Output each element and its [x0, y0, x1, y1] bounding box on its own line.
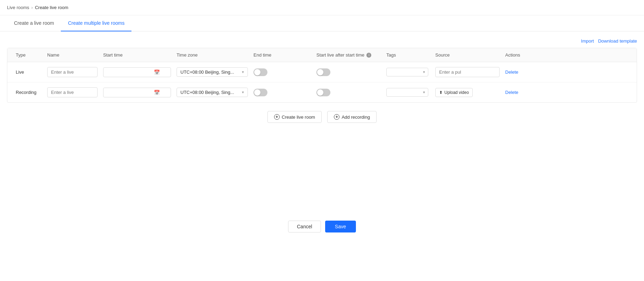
row2-calendar-icon[interactable]: 📅 — [154, 90, 160, 95]
tabs-container: Create a live room Create multiple live … — [0, 15, 644, 31]
row2-delete-button[interactable]: Delete — [505, 90, 518, 95]
col-actions: Actions — [502, 48, 544, 62]
row1-name-cell — [44, 62, 100, 82]
row1-start-time-input[interactable]: 2024-09-22 00:44 — [106, 69, 152, 75]
col-timezone: Time zone — [174, 48, 251, 62]
row2-end-time-toggle[interactable] — [253, 89, 267, 96]
row1-tags-select[interactable]: ▾ — [386, 68, 428, 76]
row1-name-input[interactable] — [47, 67, 98, 77]
row2-start-time-input[interactable]: 2024-09-22 00:44 — [106, 90, 152, 95]
row1-datetime-wrapper: 2024-09-22 00:44 📅 — [103, 67, 171, 77]
row1-start-live-toggle[interactable] — [316, 68, 330, 76]
col-end-time: End time — [251, 48, 314, 62]
row2-actions-cell: Delete — [502, 85, 544, 100]
create-live-room-button[interactable]: + Create live room — [267, 111, 322, 123]
breadcrumb-parent[interactable]: Live rooms — [7, 5, 29, 10]
import-button[interactable]: Import — [581, 38, 594, 44]
add-recording-button[interactable]: + Add recording — [327, 111, 377, 123]
page-container: Live rooms › Create live room Create a l… — [0, 0, 644, 281]
row1-start-live-cell — [314, 64, 384, 81]
col-source: Source — [432, 48, 502, 62]
top-actions: Import Download template — [7, 38, 637, 44]
tab-single[interactable]: Create a live room — [7, 15, 61, 31]
col-tags: Tags — [384, 48, 432, 62]
row1-tags-chevron: ▾ — [423, 70, 425, 74]
row2-end-time-cell — [251, 84, 314, 101]
row1-calendar-icon[interactable]: 📅 — [154, 69, 160, 75]
row2-start-live-cell — [314, 84, 384, 101]
col-start-live: Start live after start time i — [314, 48, 384, 62]
breadcrumb-current: Create live room — [35, 5, 68, 10]
row2-datetime-wrapper: 2024-09-22 00:44 📅 — [103, 88, 171, 97]
row2-tags-cell: ▾ — [384, 83, 432, 102]
row2-name-cell — [44, 82, 100, 102]
tab-multiple[interactable]: Create multiple live rooms — [61, 15, 131, 31]
row1-source-cell — [432, 62, 502, 82]
start-live-info-icon[interactable]: i — [366, 53, 371, 58]
row2-tags-select[interactable]: ▾ — [386, 88, 428, 97]
row1-timezone-select[interactable]: UTC+08:00 Beijing, Sing... ▾ — [177, 67, 248, 77]
breadcrumb: Live rooms › Create live room — [0, 0, 644, 15]
add-recording-plus-icon: + — [334, 114, 339, 120]
row1-timezone-cell: UTC+08:00 Beijing, Sing... ▾ — [174, 62, 251, 82]
upload-icon: ⬆ — [439, 90, 443, 95]
cancel-button[interactable]: Cancel — [288, 221, 321, 232]
row2-name-input[interactable] — [47, 87, 98, 97]
col-name: Name — [44, 48, 100, 62]
row2-timezone-cell: UTC+08:00 Beijing, Sing... ▾ — [174, 83, 251, 102]
row2-upload-button[interactable]: ⬆ Upload video — [435, 88, 473, 97]
row2-start-time-cell: 2024-09-22 00:44 📅 — [100, 83, 174, 102]
row1-delete-button[interactable]: Delete — [505, 69, 518, 75]
row1-start-time-cell: 2024-09-22 00:44 📅 — [100, 62, 174, 82]
row1-timezone-chevron: ▾ — [242, 70, 244, 74]
row2-tags-chevron: ▾ — [423, 90, 425, 95]
row1-actions-cell: Delete — [502, 65, 544, 80]
row1-end-time-cell — [251, 64, 314, 81]
add-buttons: + Create live room + Add recording — [7, 111, 637, 123]
row2-timezone-select[interactable]: UTC+08:00 Beijing, Sing... ▾ — [177, 88, 248, 97]
row1-type: Live — [13, 65, 44, 80]
row2-type: Recording — [13, 85, 44, 100]
download-template-button[interactable]: Download template — [598, 38, 637, 44]
table-row: Recording 2024-09-22 00:44 📅 UTC+08:00 B… — [7, 82, 637, 102]
table-header: Type Name Start time Time zone End time … — [7, 48, 637, 62]
save-button[interactable]: Save — [325, 221, 356, 232]
breadcrumb-separator: › — [31, 5, 33, 10]
row1-end-time-toggle[interactable] — [253, 68, 267, 76]
row2-source-cell: ⬆ Upload video — [432, 83, 502, 102]
content-area: Import Download template Type Name Start… — [0, 31, 644, 250]
row2-start-live-toggle[interactable] — [316, 89, 330, 96]
row1-source-input[interactable] — [435, 67, 500, 77]
table-wrapper: Type Name Start time Time zone End time … — [7, 48, 637, 103]
row1-tags-cell: ▾ — [384, 63, 432, 81]
create-live-room-plus-icon: + — [274, 114, 280, 120]
col-type: Type — [13, 48, 44, 62]
row2-timezone-chevron: ▾ — [242, 90, 244, 95]
col-start-time: Start time — [100, 48, 174, 62]
table-row: Live 2024-09-22 00:44 📅 UTC+08:00 Beijin… — [7, 62, 637, 82]
footer-actions: Cancel Save — [7, 221, 637, 243]
